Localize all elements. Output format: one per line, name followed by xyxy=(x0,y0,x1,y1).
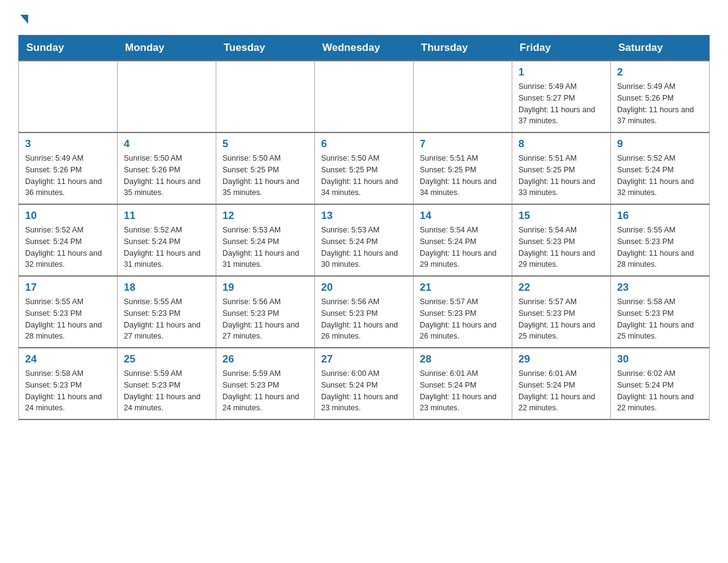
day-number: 29 xyxy=(518,353,604,366)
calendar-cell: 22Sunrise: 5:57 AM Sunset: 5:23 PM Dayli… xyxy=(512,276,611,348)
calendar-header-row: SundayMondayTuesdayWednesdayThursdayFrid… xyxy=(19,36,710,61)
day-of-week-header: Friday xyxy=(512,36,611,61)
day-info: Sunrise: 6:00 AM Sunset: 5:24 PM Dayligh… xyxy=(321,368,407,414)
day-number: 4 xyxy=(124,138,210,150)
day-info: Sunrise: 5:55 AM Sunset: 5:23 PM Dayligh… xyxy=(124,296,210,342)
calendar-cell: 8Sunrise: 5:51 AM Sunset: 5:25 PM Daylig… xyxy=(512,132,611,204)
day-info: Sunrise: 6:01 AM Sunset: 5:24 PM Dayligh… xyxy=(518,368,604,414)
logo-arrow-icon xyxy=(20,15,28,24)
day-of-week-header: Wednesday xyxy=(315,36,414,61)
calendar-cell: 11Sunrise: 5:52 AM Sunset: 5:24 PM Dayli… xyxy=(118,204,216,276)
day-info: Sunrise: 5:52 AM Sunset: 5:24 PM Dayligh… xyxy=(25,224,111,270)
calendar-cell: 27Sunrise: 6:00 AM Sunset: 5:24 PM Dayli… xyxy=(315,348,414,419)
calendar-cell: 24Sunrise: 5:58 AM Sunset: 5:23 PM Dayli… xyxy=(19,348,118,419)
calendar-cell: 26Sunrise: 5:59 AM Sunset: 5:23 PM Dayli… xyxy=(216,348,315,419)
calendar-cell: 25Sunrise: 5:59 AM Sunset: 5:23 PM Dayli… xyxy=(118,348,216,419)
calendar-cell xyxy=(19,61,118,132)
day-info: Sunrise: 5:54 AM Sunset: 5:23 PM Dayligh… xyxy=(518,224,604,270)
day-number: 19 xyxy=(222,282,308,294)
day-info: Sunrise: 5:58 AM Sunset: 5:23 PM Dayligh… xyxy=(617,296,703,342)
day-number: 11 xyxy=(124,210,210,222)
day-number: 22 xyxy=(518,282,604,294)
calendar-cell: 5Sunrise: 5:50 AM Sunset: 5:25 PM Daylig… xyxy=(216,132,315,204)
calendar-cell xyxy=(315,61,414,132)
day-number: 3 xyxy=(25,138,111,150)
calendar-cell: 9Sunrise: 5:52 AM Sunset: 5:24 PM Daylig… xyxy=(611,132,710,204)
day-info: Sunrise: 5:49 AM Sunset: 5:26 PM Dayligh… xyxy=(617,81,703,127)
day-info: Sunrise: 5:54 AM Sunset: 5:24 PM Dayligh… xyxy=(420,224,506,270)
day-number: 12 xyxy=(222,210,308,222)
day-of-week-header: Saturday xyxy=(611,36,710,61)
day-number: 2 xyxy=(617,66,703,79)
calendar-cell: 13Sunrise: 5:53 AM Sunset: 5:24 PM Dayli… xyxy=(315,204,414,276)
day-info: Sunrise: 5:59 AM Sunset: 5:23 PM Dayligh… xyxy=(124,368,210,414)
calendar-cell: 16Sunrise: 5:55 AM Sunset: 5:23 PM Dayli… xyxy=(611,204,710,276)
calendar-week-row: 17Sunrise: 5:55 AM Sunset: 5:23 PM Dayli… xyxy=(19,276,710,348)
logo xyxy=(18,12,28,23)
day-info: Sunrise: 6:01 AM Sunset: 5:24 PM Dayligh… xyxy=(420,368,506,414)
calendar-cell: 18Sunrise: 5:55 AM Sunset: 5:23 PM Dayli… xyxy=(118,276,216,348)
day-number: 7 xyxy=(420,138,506,150)
day-number: 1 xyxy=(518,66,604,79)
day-info: Sunrise: 5:50 AM Sunset: 5:25 PM Dayligh… xyxy=(222,153,308,199)
calendar-cell: 10Sunrise: 5:52 AM Sunset: 5:24 PM Dayli… xyxy=(19,204,118,276)
day-of-week-header: Thursday xyxy=(414,36,512,61)
day-info: Sunrise: 5:51 AM Sunset: 5:25 PM Dayligh… xyxy=(420,153,506,199)
calendar-cell: 1Sunrise: 5:49 AM Sunset: 5:27 PM Daylig… xyxy=(512,61,611,132)
calendar-cell: 14Sunrise: 5:54 AM Sunset: 5:24 PM Dayli… xyxy=(414,204,512,276)
calendar-cell: 3Sunrise: 5:49 AM Sunset: 5:26 PM Daylig… xyxy=(19,132,118,204)
day-number: 18 xyxy=(124,282,210,294)
calendar-cell: 7Sunrise: 5:51 AM Sunset: 5:25 PM Daylig… xyxy=(414,132,512,204)
day-number: 13 xyxy=(321,210,407,222)
day-number: 26 xyxy=(222,353,308,366)
day-info: Sunrise: 5:50 AM Sunset: 5:25 PM Dayligh… xyxy=(321,153,407,199)
calendar-cell: 30Sunrise: 6:02 AM Sunset: 5:24 PM Dayli… xyxy=(611,348,710,419)
day-info: Sunrise: 5:52 AM Sunset: 5:24 PM Dayligh… xyxy=(617,153,703,199)
day-info: Sunrise: 5:56 AM Sunset: 5:23 PM Dayligh… xyxy=(321,296,407,342)
day-info: Sunrise: 6:02 AM Sunset: 5:24 PM Dayligh… xyxy=(617,368,703,414)
day-number: 25 xyxy=(124,353,210,366)
day-info: Sunrise: 5:55 AM Sunset: 5:23 PM Dayligh… xyxy=(617,224,703,270)
day-info: Sunrise: 5:50 AM Sunset: 5:26 PM Dayligh… xyxy=(124,153,210,199)
day-number: 14 xyxy=(420,210,506,222)
calendar-cell: 6Sunrise: 5:50 AM Sunset: 5:25 PM Daylig… xyxy=(315,132,414,204)
calendar-table: SundayMondayTuesdayWednesdayThursdayFrid… xyxy=(18,35,710,420)
day-info: Sunrise: 5:58 AM Sunset: 5:23 PM Dayligh… xyxy=(25,368,111,414)
calendar-cell: 20Sunrise: 5:56 AM Sunset: 5:23 PM Dayli… xyxy=(315,276,414,348)
day-info: Sunrise: 5:49 AM Sunset: 5:27 PM Dayligh… xyxy=(518,81,604,127)
page-header xyxy=(18,12,710,23)
day-info: Sunrise: 5:59 AM Sunset: 5:23 PM Dayligh… xyxy=(222,368,308,414)
day-info: Sunrise: 5:51 AM Sunset: 5:25 PM Dayligh… xyxy=(518,153,604,199)
calendar-cell xyxy=(216,61,315,132)
day-info: Sunrise: 5:49 AM Sunset: 5:26 PM Dayligh… xyxy=(25,153,111,199)
day-info: Sunrise: 5:57 AM Sunset: 5:23 PM Dayligh… xyxy=(420,296,506,342)
calendar-cell xyxy=(118,61,216,132)
calendar-cell: 28Sunrise: 6:01 AM Sunset: 5:24 PM Dayli… xyxy=(414,348,512,419)
day-number: 6 xyxy=(321,138,407,150)
day-number: 5 xyxy=(222,138,308,150)
day-number: 27 xyxy=(321,353,407,366)
day-number: 9 xyxy=(617,138,703,150)
calendar-cell: 17Sunrise: 5:55 AM Sunset: 5:23 PM Dayli… xyxy=(19,276,118,348)
day-of-week-header: Monday xyxy=(118,36,216,61)
day-number: 15 xyxy=(518,210,604,222)
calendar-cell xyxy=(414,61,512,132)
calendar-cell: 29Sunrise: 6:01 AM Sunset: 5:24 PM Dayli… xyxy=(512,348,611,419)
day-number: 8 xyxy=(518,138,604,150)
day-of-week-header: Sunday xyxy=(19,36,118,61)
calendar-cell: 2Sunrise: 5:49 AM Sunset: 5:26 PM Daylig… xyxy=(611,61,710,132)
calendar-week-row: 10Sunrise: 5:52 AM Sunset: 5:24 PM Dayli… xyxy=(19,204,710,276)
day-number: 28 xyxy=(420,353,506,366)
calendar-week-row: 3Sunrise: 5:49 AM Sunset: 5:26 PM Daylig… xyxy=(19,132,710,204)
calendar-cell: 23Sunrise: 5:58 AM Sunset: 5:23 PM Dayli… xyxy=(611,276,710,348)
calendar-cell: 4Sunrise: 5:50 AM Sunset: 5:26 PM Daylig… xyxy=(118,132,216,204)
calendar-week-row: 1Sunrise: 5:49 AM Sunset: 5:27 PM Daylig… xyxy=(19,61,710,132)
day-info: Sunrise: 5:55 AM Sunset: 5:23 PM Dayligh… xyxy=(25,296,111,342)
calendar-cell: 15Sunrise: 5:54 AM Sunset: 5:23 PM Dayli… xyxy=(512,204,611,276)
day-info: Sunrise: 5:56 AM Sunset: 5:23 PM Dayligh… xyxy=(222,296,308,342)
calendar-cell: 19Sunrise: 5:56 AM Sunset: 5:23 PM Dayli… xyxy=(216,276,315,348)
day-number: 16 xyxy=(617,210,703,222)
day-info: Sunrise: 5:52 AM Sunset: 5:24 PM Dayligh… xyxy=(124,224,210,270)
day-number: 20 xyxy=(321,282,407,294)
day-number: 17 xyxy=(25,282,111,294)
